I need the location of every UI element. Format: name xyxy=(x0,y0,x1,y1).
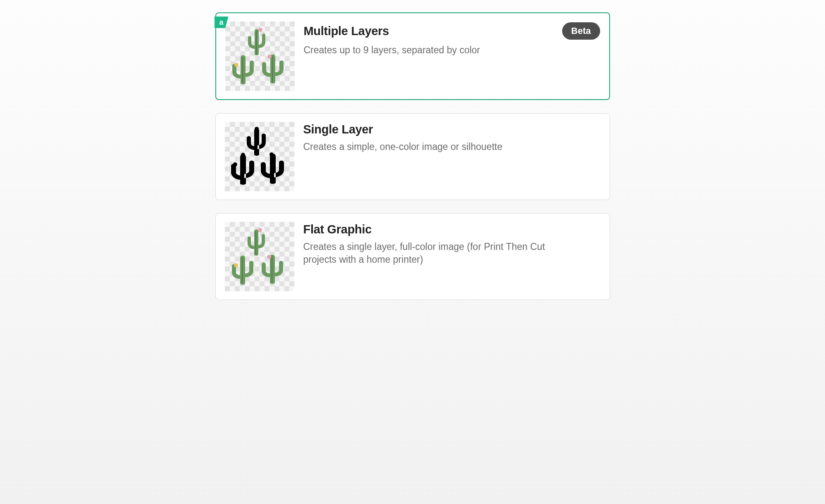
upload-type-option-list: a xyxy=(215,12,610,300)
beta-badge: Beta xyxy=(562,22,600,40)
svg-point-2 xyxy=(267,55,272,59)
option-title: Flat Graphic xyxy=(303,223,372,236)
option-title: Single Layer xyxy=(303,123,373,136)
option-description: Creates a single layer, full-color image… xyxy=(303,240,568,266)
svg-point-5 xyxy=(241,153,245,157)
option-description: Creates up to 9 layers, separated by col… xyxy=(304,44,568,57)
svg-point-1 xyxy=(234,63,238,67)
svg-point-3 xyxy=(255,127,259,131)
option-title: Multiple Layers xyxy=(304,24,389,38)
svg-point-7 xyxy=(258,228,262,232)
svg-point-0 xyxy=(258,28,262,32)
option-description: Creates a simple, one-color image or sil… xyxy=(303,140,568,153)
cactus-icon xyxy=(259,252,286,287)
cactus-silhouette-icon xyxy=(259,152,286,187)
svg-point-4 xyxy=(233,162,237,166)
option-card-single-layer[interactable]: Single Layer Creates a simple, one-color… xyxy=(215,113,610,200)
svg-point-8 xyxy=(234,263,238,267)
preview-flat-graphic xyxy=(225,222,294,291)
option-card-flat-graphic[interactable]: Flat Graphic Creates a single layer, ful… xyxy=(215,213,610,300)
cactus-icon xyxy=(229,253,256,288)
preview-single-layer xyxy=(225,122,294,191)
option-card-multiple-layers[interactable]: a xyxy=(215,12,610,100)
preview-multiple-layers xyxy=(225,21,295,91)
svg-point-9 xyxy=(267,255,271,259)
cactus-icon xyxy=(230,52,256,87)
cactus-silhouette-icon xyxy=(229,153,256,188)
svg-point-6 xyxy=(269,152,274,157)
cactus-icon xyxy=(260,52,286,86)
